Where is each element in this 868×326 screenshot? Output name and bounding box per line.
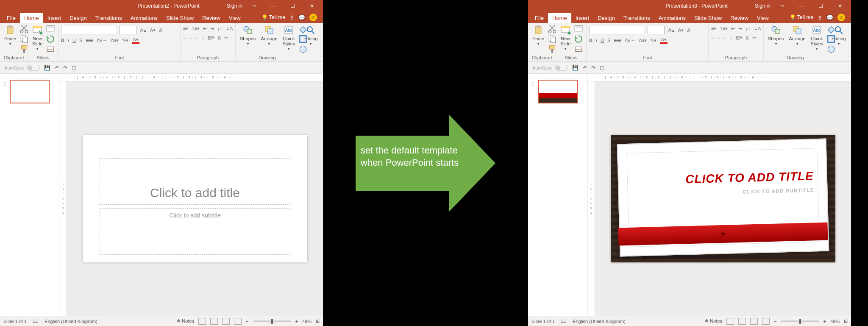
slideshow-view-icon[interactable] — [234, 318, 242, 325]
thumbnail-pane[interactable]: 1 — [0, 74, 59, 316]
arrange-button[interactable]: Arrange▾ — [787, 24, 807, 47]
notes-button[interactable]: ≙ Notes — [705, 318, 722, 324]
redo-icon[interactable]: ↷ — [591, 65, 595, 71]
zoom-out-icon[interactable]: − — [774, 319, 776, 324]
minimize-button[interactable]: — — [264, 0, 281, 12]
close-button[interactable]: ✕ — [832, 0, 849, 12]
zoom-out-icon[interactable]: − — [246, 319, 248, 324]
align-right-icon[interactable]: ≡ — [723, 35, 726, 40]
smartart-icon[interactable]: ⬰ — [224, 35, 228, 40]
thumbnail-pane[interactable]: 1 — [528, 74, 587, 316]
tab-slideshow[interactable]: Slide Show — [162, 13, 198, 23]
tab-home[interactable]: Home — [20, 13, 43, 23]
bullets-icon[interactable]: ≡▾ — [711, 26, 716, 31]
paste-button[interactable]: Paste▾ — [3, 24, 18, 47]
font-color-button[interactable]: A▾ — [660, 37, 667, 44]
copy-icon[interactable] — [19, 34, 29, 44]
highlight-button[interactable]: ✎▾ — [650, 38, 657, 43]
shadow-button[interactable]: S — [607, 38, 610, 43]
indent-inc-icon[interactable]: ⇥ — [738, 26, 742, 31]
align-center-icon[interactable]: ≡ — [717, 35, 720, 40]
fit-window-icon[interactable]: ⊞ — [844, 318, 848, 324]
text-direction-icon[interactable]: ↧A — [754, 26, 761, 31]
columns-icon[interactable]: ▥▾ — [208, 35, 214, 40]
ribbon-options-icon[interactable]: ▭ — [773, 0, 790, 12]
slideshow-view-icon[interactable] — [762, 318, 770, 325]
new-slide-button[interactable]: New Slide▾ — [31, 24, 44, 52]
align-text-icon[interactable]: ⎘ — [218, 35, 221, 40]
slideshow-icon[interactable]: ▢ — [600, 65, 604, 71]
char-spacing-button[interactable]: AV↔ — [625, 38, 635, 43]
sorter-view-icon[interactable] — [738, 318, 746, 325]
align-right-icon[interactable]: ≡ — [195, 35, 198, 40]
align-left-icon[interactable]: ≡ — [711, 35, 714, 40]
comments-icon[interactable]: 💬 — [298, 14, 305, 21]
close-button[interactable]: ✕ — [303, 0, 320, 12]
bold-button[interactable]: B — [589, 38, 593, 43]
font-name-combo[interactable] — [61, 26, 116, 34]
arrange-button[interactable]: Arrange▾ — [259, 24, 279, 47]
normal-view-icon[interactable] — [198, 318, 206, 325]
tab-transitions[interactable]: Transitions — [619, 13, 654, 23]
reset-icon[interactable] — [46, 34, 55, 44]
strike-button[interactable]: abc — [614, 38, 621, 43]
share-icon[interactable]: ⇪ — [289, 14, 294, 21]
tab-view[interactable]: View — [753, 13, 773, 23]
slides-mini[interactable] — [46, 24, 55, 52]
underline-button[interactable]: U — [72, 38, 76, 43]
font-size-combo[interactable] — [648, 26, 665, 34]
grow-font-icon[interactable]: A▴ — [668, 27, 675, 33]
indent-inc-icon[interactable]: ⇥ — [210, 26, 214, 31]
sign-in-link[interactable]: Sign in — [755, 3, 771, 9]
zoom-in-icon[interactable]: + — [823, 319, 826, 324]
shapes-button[interactable]: Shapes▾ — [238, 24, 257, 47]
clipboard-mini[interactable] — [19, 24, 29, 52]
shapes-button[interactable]: Shapes▾ — [766, 24, 785, 47]
quick-styles-button[interactable]: AbcQuick Styles▾ — [809, 24, 825, 52]
feedback-icon[interactable]: ☺ — [837, 14, 845, 21]
normal-view-icon[interactable] — [726, 318, 734, 325]
case-button[interactable]: Aa▾ — [639, 38, 647, 43]
line-spacing-icon[interactable]: ↕≡ — [746, 26, 751, 31]
smartart-icon[interactable]: ⬰ — [752, 35, 757, 40]
autosave-toggle[interactable]: AutoSave — [4, 65, 40, 71]
reading-view-icon[interactable] — [222, 318, 230, 325]
language[interactable]: English (United Kingdom) — [573, 319, 626, 324]
zoom-slider[interactable] — [781, 320, 819, 322]
copy-icon[interactable] — [548, 34, 557, 44]
justify-icon[interactable]: ≡ — [729, 35, 732, 40]
spellcheck-icon[interactable]: 📖 — [561, 318, 567, 324]
tab-insert[interactable]: Insert — [43, 13, 66, 23]
save-icon[interactable]: 💾 — [44, 65, 50, 71]
highlight-button[interactable]: ✎▾ — [122, 38, 128, 43]
tab-design[interactable]: Design — [65, 13, 91, 23]
clear-format-icon[interactable]: A̷ — [687, 28, 690, 33]
comments-icon[interactable]: 💬 — [826, 14, 833, 21]
char-spacing-button[interactable]: AV↔ — [97, 38, 107, 43]
slide-thumbnail[interactable] — [10, 80, 50, 103]
layout-icon[interactable] — [46, 24, 55, 33]
zoom-level[interactable]: 49% — [302, 319, 312, 324]
redo-icon[interactable]: ↷ — [63, 65, 67, 71]
justify-icon[interactable]: ≡ — [201, 35, 204, 40]
strike-button[interactable]: abc — [86, 38, 93, 43]
notes-button[interactable]: ≙ Notes — [177, 318, 194, 324]
italic-button[interactable]: I — [596, 38, 597, 43]
layout-icon[interactable] — [574, 24, 583, 33]
section-icon[interactable] — [46, 45, 55, 54]
spellcheck-icon[interactable]: 📖 — [33, 318, 39, 324]
fit-window-icon[interactable]: ⊞ — [316, 318, 320, 324]
italic-button[interactable]: I — [68, 38, 69, 43]
grow-font-icon[interactable]: A▴ — [140, 27, 147, 33]
align-text-icon[interactable]: ⎘ — [746, 35, 749, 40]
tab-design[interactable]: Design — [593, 13, 619, 23]
text-direction-icon[interactable]: ↧A — [226, 26, 233, 31]
tab-view[interactable]: View — [225, 13, 245, 23]
zoom-level[interactable]: 49% — [830, 319, 840, 324]
undo-icon[interactable]: ↶ — [55, 65, 59, 71]
tab-animations[interactable]: Animations — [126, 13, 162, 23]
save-icon[interactable]: 💾 — [572, 65, 579, 71]
editing-button[interactable]: Editing▾ — [302, 24, 320, 47]
slide-canvas[interactable]: CLICK TO ADD TITLE CLICK TO ADD SUBTITLE… — [611, 135, 835, 262]
subtitle-placeholder[interactable]: Click to add subtitle — [100, 208, 290, 255]
